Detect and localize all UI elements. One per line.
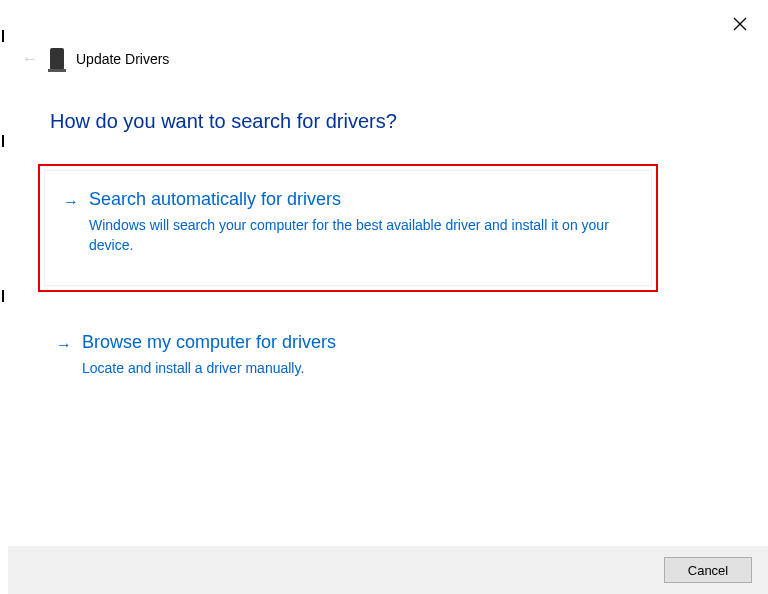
option-description: Locate and install a driver manually. <box>82 359 640 379</box>
option-title: Search automatically for drivers <box>89 189 633 210</box>
cancel-button[interactable]: Cancel <box>664 557 752 583</box>
option-search-automatically[interactable]: → Search automatically for drivers Windo… <box>44 170 652 286</box>
footer: Cancel <box>8 546 768 594</box>
close-button[interactable] <box>730 14 750 34</box>
option-title: Browse my computer for drivers <box>82 332 640 353</box>
back-arrow-icon[interactable]: ← <box>22 50 38 68</box>
arrow-right-icon: → <box>63 193 79 211</box>
arrow-right-icon: → <box>56 336 72 354</box>
window-left-edge <box>2 0 4 544</box>
window-title: Update Drivers <box>76 51 169 67</box>
option-description: Windows will search your computer for th… <box>89 216 633 255</box>
device-icon <box>50 48 64 70</box>
highlighted-option-box: → Search automatically for drivers Windo… <box>38 164 658 292</box>
options-area: → Search automatically for drivers Windo… <box>38 164 658 389</box>
option-browse-computer[interactable]: → Browse my computer for drivers Locate … <box>38 314 658 389</box>
header: ← Update Drivers <box>22 48 169 70</box>
close-icon <box>733 17 747 31</box>
page-heading: How do you want to search for drivers? <box>50 110 397 133</box>
